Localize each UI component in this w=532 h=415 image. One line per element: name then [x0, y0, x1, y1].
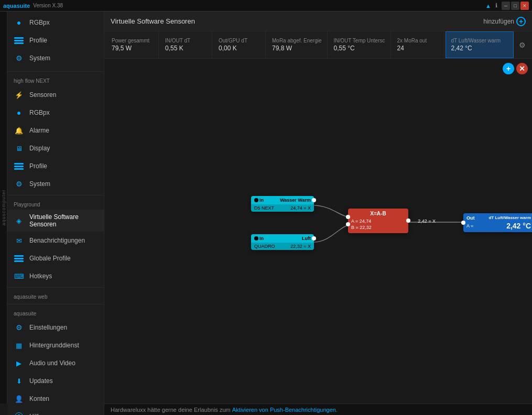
sensor-label: 2x MoRa out [397, 38, 439, 43]
header-right: hinzufügen + [483, 17, 526, 26]
canvas-close-button[interactable]: ✕ [516, 63, 528, 74]
sidebar-label: RGBpx [29, 109, 50, 116]
circle-icon: ● [14, 17, 24, 28]
sidebar-label: System [29, 180, 50, 188]
sensor-settings-button[interactable]: ⚙ [515, 31, 530, 58]
audio-icon: ▶ [14, 358, 24, 368]
sidebar-item-rgbpx-top[interactable]: ● RGBpx [7, 14, 104, 31]
node-value2: 22,32 = X [290, 244, 311, 249]
app-version: Version X.38 [33, 3, 485, 8]
sidebar-item-rgbpx-hf[interactable]: ● RGBpx [7, 104, 104, 122]
close-button[interactable]: ✕ [520, 2, 529, 10]
sensor-label: IN/OUT Temp Untersc [334, 38, 385, 43]
notification-bar: Hardwareluxx hätte gerne deine Erlaubnis… [104, 403, 532, 415]
divider [7, 195, 104, 195]
sidebar-item-virtuelle[interactable]: ◈ Virtuelle Software Sensoren [7, 210, 104, 232]
sidebar-label: Konten [29, 395, 49, 402]
sidebar-item-display[interactable]: 🖥 Display [7, 139, 104, 157]
sensor-inout-temp[interactable]: IN/OUT Temp Untersc 0,55 °C [329, 31, 391, 58]
global-icon [14, 253, 24, 264]
add-sensor-button[interactable]: hinzufügen + [483, 17, 526, 26]
sidebar: ● RGBpx Profile ⚙ System high flow NEXT [7, 12, 104, 415]
section-label-highflow: high flow NEXT [7, 74, 104, 86]
sidebar-item-audio-video[interactable]: ▶ Audio und Video [7, 354, 104, 372]
node-input-wasser[interactable]: In Wasser Warm D5 NEXT 24,74 = X [251, 196, 314, 212]
sensor-power-gesamt[interactable]: Power gesammt 79,5 W [106, 31, 159, 58]
sidebar-item-einstellungen[interactable]: ⚙ Einstellungen [7, 319, 104, 336]
plus-icon: + [516, 17, 526, 26]
sensor-value: 79,8 W [272, 45, 322, 52]
user-icon: 👤 [14, 394, 24, 404]
monitor-icon: 🖥 [14, 143, 24, 154]
page-title: Virtuelle Software Sensoren [111, 17, 195, 25]
title-bar: aquasuite Version X.38 ▲ ℹ ─ □ ✕ [0, 0, 532, 12]
node-in-label2: In [254, 236, 264, 242]
notification-text: Hardwareluxx hätte gerne deine Erlaubnis… [111, 407, 231, 413]
sidebar-item-system-hf[interactable]: ⚙ System [7, 175, 104, 193]
sensor-label: MoRa abgef. Energie [272, 38, 322, 43]
divider [7, 304, 104, 304]
notif-icon: ✉ [14, 235, 24, 246]
output-value: 2,42 °C [506, 222, 531, 230]
main-content: Virtuelle Software Sensoren hinzufügen +… [104, 12, 532, 415]
sidebar-item-konten[interactable]: 👤 Konten [7, 390, 104, 408]
sidebar-label: Einstellungen [29, 324, 67, 331]
notification-link[interactable]: Aktivieren von Push-Benachrichtigungen. [232, 407, 338, 413]
sensor-out-gpu-dt[interactable]: Out/GPU dT 0,00 K [213, 31, 266, 58]
main-header: Virtuelle Software Sensoren hinzufügen + [104, 12, 532, 31]
sidebar-item-hilfe[interactable]: ? Hilfe [7, 408, 104, 415]
sidebar-item-sensoren[interactable]: ⚡ Sensoren [7, 86, 104, 104]
sensor-dt-luft-wasser[interactable]: dT Luft/Wasser warm 2,42 °C [446, 31, 514, 58]
sidebar-item-profile-hf[interactable]: Profile [7, 157, 104, 175]
download-icon: ⬇ [14, 376, 24, 386]
sidebar-label: Globale Profile [29, 255, 71, 262]
node-output[interactable]: Out dT Luft/Wasser warm A = 2,42 °C [463, 213, 532, 232]
restore-button[interactable]: □ [511, 2, 519, 10]
left-accent-bar: aquscomputer [0, 12, 7, 403]
gear-icon-sensor: ⚙ [519, 41, 526, 49]
canvas-controls: + ✕ [503, 63, 528, 74]
sensor-icon: ⚡ [14, 90, 24, 100]
window-controls[interactable]: ─ □ ✕ [502, 2, 529, 10]
node-math[interactable]: X=A-B A = 24,74 B = 22,32 2,42 = X [348, 209, 408, 233]
node-input-luft[interactable]: In Luft QUADRO 22,32 = X [251, 234, 314, 250]
sidebar-label: Updates [29, 377, 53, 385]
sidebar-item-system-top[interactable]: ⚙ System [7, 49, 104, 67]
sidebar-label: RGBpx [29, 19, 50, 26]
sidebar-item-hotkeys[interactable]: ⌨ Hotkeys [7, 267, 104, 285]
node-quadro-label: QUADRO [254, 244, 275, 249]
sensor-inout-dt[interactable]: IN/OUT dT 0,55 K [160, 31, 212, 58]
sidebar-label: Hilfe [29, 413, 42, 415]
sensor-value: 79,5 W [112, 45, 153, 52]
bell-icon: 🔔 [14, 125, 24, 136]
sensor-mora-out[interactable]: 2x MoRa out 24 [392, 31, 444, 58]
sensor-value: 2,42 °C [451, 45, 508, 52]
sidebar-item-globale-profile[interactable]: Globale Profile [7, 249, 104, 267]
main-layout: aquscomputer ● RGBpx Profile ⚙ Syst [0, 12, 532, 415]
sidebar-item-profile-top[interactable]: Profile [7, 31, 104, 49]
sidebar-item-hintergrunddienst[interactable]: ▦ Hintergrunddienst [7, 336, 104, 354]
node-luft-label: Luft [302, 236, 311, 242]
info-icon: ℹ [495, 2, 497, 9]
node-in-label: In [254, 198, 264, 203]
output-sub-label: A = [466, 223, 473, 228]
sidebar-label: Display [29, 145, 50, 152]
circle-icon-hf: ● [14, 107, 24, 118]
node-d5-label: D5 NEXT [254, 205, 274, 211]
divider [7, 287, 104, 288]
minimize-button[interactable]: ─ [502, 2, 510, 10]
math-title: X=A-B [351, 211, 405, 216]
canvas-add-button[interactable]: + [503, 63, 514, 74]
sidebar-label: Hotkeys [29, 272, 52, 280]
node-value1: 24,74 = X [290, 205, 311, 211]
app-logo: aquasuite [3, 3, 30, 9]
sidebar-item-alarme[interactable]: 🔔 Alarme [7, 122, 104, 139]
section-label-aquasuite-web: aquasuite web [7, 290, 104, 302]
math-result: 2,42 = X [418, 219, 436, 224]
sidebar-item-benachrichtigungen[interactable]: ✉ Benachrichtigungen [7, 232, 104, 249]
sidebar-label: System [29, 54, 50, 62]
sensor-mora-energie[interactable]: MoRa abgef. Energie 79,8 W [267, 31, 328, 58]
output-out-label: Out [466, 215, 475, 221]
gear-icon-settings: ⚙ [14, 322, 24, 333]
sidebar-item-updates[interactable]: ⬇ Updates [7, 372, 104, 390]
